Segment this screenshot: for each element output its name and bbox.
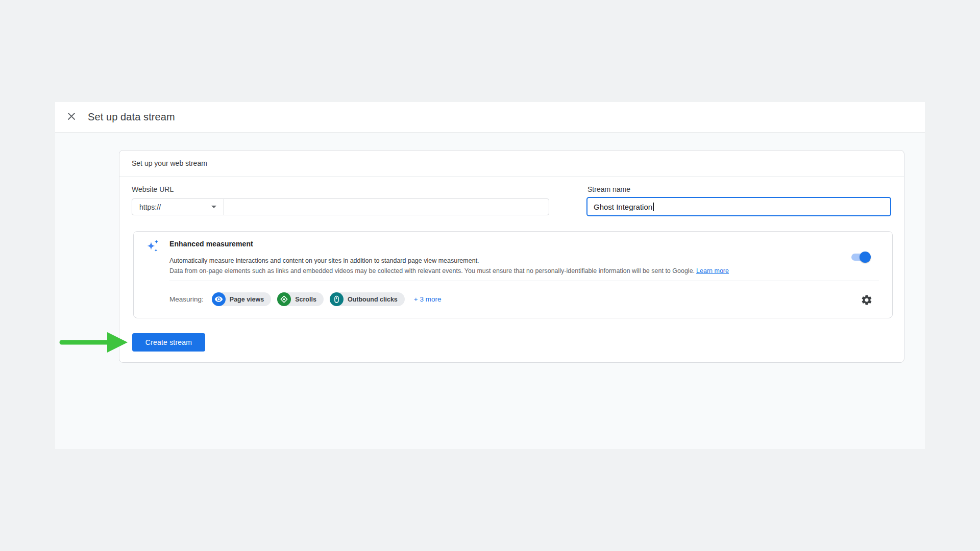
mouse-icon: [330, 292, 344, 306]
enhanced-description-line2-text: Data from on-page elements such as links…: [169, 267, 695, 274]
web-stream-card: Set up your web stream Website URL https…: [119, 150, 904, 363]
chip-scrolls: Scrolls: [277, 292, 324, 306]
toggle-thumb: [860, 252, 871, 263]
measuring-label: Measuring:: [169, 295, 204, 303]
more-measurements-link[interactable]: + 3 more: [414, 295, 442, 303]
create-stream-button[interactable]: Create stream: [132, 333, 205, 352]
website-url-label: Website URL: [132, 184, 174, 194]
sparkle-icon: [144, 238, 162, 257]
dialog-title: Set up data stream: [88, 111, 175, 123]
enhanced-description-line2: Data from on-page elements such as links…: [169, 266, 729, 276]
learn-more-link[interactable]: Learn more: [696, 267, 729, 274]
close-button[interactable]: [62, 108, 81, 127]
website-url-field: https://: [132, 198, 549, 215]
gear-icon: [861, 294, 873, 308]
chip-label: Page views: [230, 296, 264, 303]
chip-label: Outbound clicks: [348, 296, 398, 303]
text-cursor: [653, 203, 654, 211]
card-title: Set up your web stream: [119, 151, 904, 177]
close-icon: [67, 112, 76, 122]
scroll-diamond-icon: [277, 292, 291, 306]
divider: [169, 281, 879, 281]
enhanced-measurement-panel: Enhanced measurement Automatically measu…: [133, 231, 893, 318]
measurement-settings-button[interactable]: [860, 293, 874, 308]
stream-name-input[interactable]: Ghost Integration: [586, 197, 891, 216]
eye-icon: [212, 292, 226, 306]
enhanced-measurement-toggle[interactable]: [851, 254, 870, 261]
dialog-header: Set up data stream: [55, 102, 925, 133]
protocol-value: https://: [139, 203, 161, 211]
protocol-dropdown[interactable]: https://: [132, 199, 224, 215]
setup-data-stream-dialog: Set up data stream Set up your web strea…: [55, 102, 925, 449]
stream-name-value: Ghost Integration: [594, 203, 652, 211]
measuring-row: Measuring: Page views: [169, 292, 441, 306]
stream-name-label: Stream name: [587, 184, 630, 194]
chip-outbound-clicks: Outbound clicks: [330, 292, 405, 306]
chip-label: Scrolls: [295, 296, 316, 303]
website-url-input[interactable]: [224, 199, 549, 215]
enhanced-measurement-title: Enhanced measurement: [169, 240, 253, 248]
chevron-down-icon: [211, 206, 216, 208]
chip-page-views: Page views: [212, 292, 271, 306]
page: { "colors": { "accent_blue": "#1a73e8", …: [0, 0, 980, 551]
enhanced-description-line1: Automatically measure interactions and c…: [169, 256, 479, 266]
